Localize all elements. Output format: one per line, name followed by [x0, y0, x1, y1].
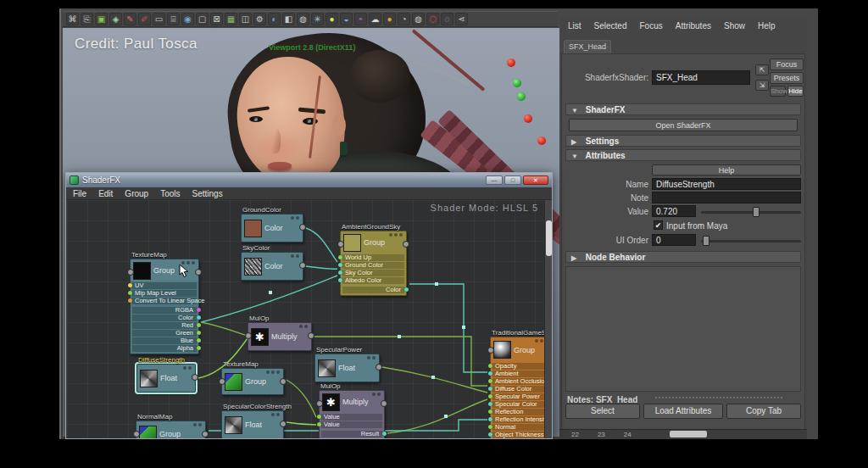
node-output-port[interactable]: RGBA — [132, 307, 197, 314]
toolbar-icon[interactable]: ◌ — [441, 13, 453, 25]
close-button[interactable]: ✕ — [523, 176, 548, 185]
name-field[interactable]: DiffuseStrength — [652, 178, 801, 190]
node-mulop[interactable]: MulOp ✱ Multiply ValueValue Result — [319, 390, 385, 438]
menu-item[interactable]: Settings — [192, 189, 223, 198]
toolbar-icon[interactable]: ◐ — [268, 13, 281, 25]
node-input-port[interactable]: Diffuse Color — [492, 386, 550, 393]
texture-thumbnail[interactable] — [133, 262, 151, 280]
node-traditionalgamesurface[interactable]: TraditionalGameSurface Group OpacityAmbi… — [490, 337, 552, 438]
node-input-port[interactable]: Albedo Color — [342, 277, 404, 284]
node-input-port[interactable]: Sky Color — [342, 270, 404, 276]
toolbar-icon[interactable]: ◍ — [297, 13, 309, 25]
menu-item[interactable]: List — [568, 21, 581, 31]
node-output-port[interactable]: Red — [132, 322, 197, 329]
material-sphere-thumbnail[interactable] — [493, 341, 511, 359]
canvas-vertical-scrollbar[interactable] — [544, 200, 552, 438]
node-output-port[interactable]: Alpha — [132, 345, 197, 352]
load-attributes-button[interactable]: Load Attributes — [643, 404, 723, 419]
note-field[interactable] — [652, 192, 801, 203]
node-output-port[interactable]: Color — [342, 287, 404, 293]
multiply-icon[interactable]: ✱ — [322, 393, 340, 411]
toolbar-icon[interactable]: ✎ — [124, 13, 136, 25]
menu-item[interactable]: Show — [724, 21, 745, 31]
menu-item[interactable]: Group — [125, 189, 148, 198]
connect-input-icon[interactable]: ⇱ — [755, 64, 769, 75]
help-button[interactable]: Help — [652, 164, 801, 176]
toolbar-icon[interactable]: ⌸ — [167, 13, 180, 25]
toolbar-icon[interactable]: ◓ — [354, 13, 367, 25]
node-specularcolorstrength[interactable]: SpecularColorStrength Float — [221, 410, 284, 438]
node-specularpower[interactable]: SpecularPower Float — [314, 354, 380, 382]
toolbar-icon[interactable]: ◫ — [239, 13, 252, 25]
minimize-button[interactable]: — — [486, 176, 503, 185]
select-button[interactable]: Select — [565, 404, 640, 419]
connect-output-icon[interactable]: ⇲ — [755, 80, 769, 91]
toolbar-icon[interactable]: ▣ — [95, 13, 108, 25]
toolbar-icon[interactable]: ◔ — [398, 13, 410, 25]
toolbar-icon[interactable]: ✳ — [311, 13, 324, 25]
multiply-icon[interactable]: ✱ — [251, 328, 269, 346]
toolbar-icon[interactable]: ▭ — [153, 13, 165, 25]
toolbar-icon[interactable]: ⬡ — [426, 13, 439, 25]
menu-item[interactable]: Attributes — [676, 21, 711, 31]
menu-item[interactable]: Edit — [98, 189, 113, 198]
float-thumbnail[interactable] — [225, 416, 242, 434]
menu-item[interactable]: Selected — [594, 21, 627, 31]
toolbar-icon[interactable]: ◉ — [181, 13, 194, 25]
ui-order-field[interactable]: 0 — [652, 234, 696, 246]
node-normalmap[interactable]: NormalMap Group — [136, 421, 206, 438]
texture-thumbnail[interactable] — [244, 258, 262, 276]
menu-item[interactable]: Help — [758, 21, 776, 31]
node-input-port[interactable]: Opacity — [492, 363, 550, 370]
color-swatch[interactable] — [244, 220, 262, 237]
node-input-port[interactable]: Reflection Intensity — [492, 416, 550, 423]
toolbar-icon[interactable]: ◧ — [282, 13, 295, 25]
panel-drag-handle[interactable] — [655, 397, 782, 398]
value-field[interactable]: 0.720 — [652, 205, 696, 217]
toolbar-icon[interactable]: ● — [383, 13, 396, 25]
group-thumbnail[interactable] — [343, 234, 361, 252]
float-thumbnail[interactable] — [140, 370, 158, 387]
section-attributes[interactable]: ▼ Attributes — [565, 149, 801, 161]
texture-thumbnail[interactable] — [225, 373, 242, 391]
shaderfx-titlebar[interactable]: ShaderFX — □ ✕ — [66, 173, 552, 187]
node-output-port[interactable]: Green — [132, 330, 197, 337]
section-shaderfx[interactable]: ▼ ShaderFX — [565, 103, 801, 115]
node-output-port[interactable]: Result — [321, 431, 382, 437]
node-input-port[interactable]: Normal — [492, 424, 550, 431]
scrollbar-thumb[interactable] — [546, 220, 552, 256]
toolbar-icon[interactable]: ⋖ — [455, 13, 468, 25]
node-ambientgroundsky[interactable]: AmbientGroundSky Group World UpGround Co… — [340, 231, 407, 296]
input-from-maya-checkbox[interactable]: ✔ — [654, 220, 663, 230]
focus-button[interactable]: Focus — [770, 58, 804, 70]
menu-item[interactable]: Focus — [639, 21, 662, 31]
timeline-range-handle[interactable] — [670, 431, 707, 437]
hide-button[interactable]: Hide — [787, 86, 804, 97]
node-input-port[interactable]: Ambient Occlusion — [492, 378, 550, 385]
node-input-port[interactable]: Convert To Linear Space — [132, 298, 197, 304]
node-input-port[interactable]: Ambient — [492, 370, 550, 377]
ui-order-slider[interactable] — [701, 240, 801, 242]
node-input-port[interactable]: Ground Color — [342, 262, 404, 269]
open-shaderfx-button[interactable]: Open ShaderFX — [569, 119, 798, 131]
value-slider[interactable] — [701, 211, 801, 214]
node-diffusestrength[interactable]: DiffuseStrength Float — [136, 364, 196, 393]
node-texturemap[interactable]: TextureMap Group — [221, 368, 284, 395]
toolbar-icon[interactable]: ◈ — [109, 13, 122, 25]
menu-item[interactable]: File — [73, 189, 86, 198]
value-slider-handle[interactable] — [753, 207, 760, 217]
node-output-port[interactable]: Blue — [132, 337, 197, 344]
menu-item[interactable]: Tools — [160, 189, 180, 198]
toolbar-icon[interactable]: ⎘ — [81, 13, 93, 25]
node-input-port[interactable]: Reflection — [492, 409, 550, 415]
node-graph-canvas[interactable]: Shader Mode: HLSL 5 TextureMap Group UVM… — [67, 200, 552, 438]
toolbar-icon[interactable]: ⊠ — [210, 13, 223, 25]
toolbar-icon[interactable]: ◒ — [340, 13, 353, 25]
presets-button[interactable]: Presets — [770, 72, 804, 84]
maximize-button[interactable]: □ — [504, 176, 521, 185]
section-node-behavior[interactable]: ▶ Node Behavior — [565, 251, 801, 263]
node-output-port[interactable]: Color — [132, 315, 197, 321]
node-input-port[interactable]: Mip Map Level — [132, 290, 197, 297]
section-settings[interactable]: ▶ Settings — [565, 135, 801, 147]
node-input-port[interactable]: World Up — [342, 254, 404, 261]
